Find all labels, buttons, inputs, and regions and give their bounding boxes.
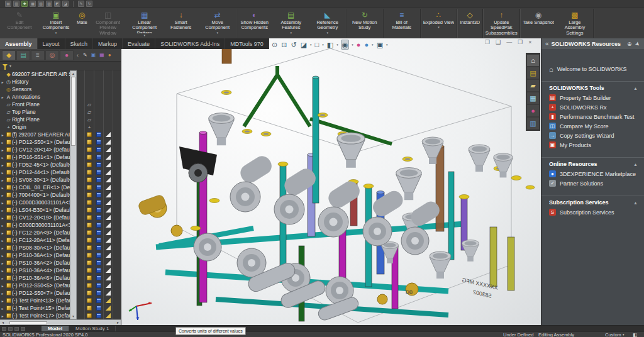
expand-caret-icon[interactable]: ▸	[0, 208, 5, 213]
expand-caret-icon[interactable]: ▸	[0, 261, 5, 265]
tree-item-component[interactable]: ▸(f) 292007 SHEARER AIR SEEDER CO	[0, 131, 70, 138]
expand-caret-icon[interactable]: ▸	[0, 268, 5, 273]
collapse-chevron-icon[interactable]: ▲	[633, 86, 638, 91]
ribbon-button-smart-fasteners[interactable]: ↓Smart Fasteners	[163, 9, 199, 38]
dropdown-caret-icon[interactable]: ▾	[352, 43, 353, 47]
gear-icon[interactable]: ⊕	[627, 41, 632, 47]
motion-tab-motion-study-1[interactable]: Motion Study 1	[69, 326, 116, 332]
task-pane-item-performance-benchmark-test[interactable]: ▮Performance Benchmark Test	[541, 112, 644, 121]
expand-caret-icon[interactable]: ▸	[0, 170, 5, 175]
dimxpertmanager-tab[interactable]: ◎	[45, 50, 59, 60]
ribbon-button-take-snapshot[interactable]: ◉Take Snapshot	[520, 9, 557, 38]
expand-caret-icon[interactable]: ▸	[0, 306, 5, 311]
expand-caret-icon[interactable]: ▸	[0, 185, 5, 190]
scroll-right-arrow[interactable]: ►	[116, 321, 119, 324]
ribbon-button-move-component[interactable]: ⇄Move Component▾	[199, 9, 236, 38]
dropdown-caret-icon[interactable]: ▾	[386, 43, 388, 47]
tab-mdtools-970[interactable]: MDTools 970	[225, 38, 269, 49]
ribbon-button-instant3d[interactable]: ◇Instant3D	[457, 9, 482, 38]
dropdown-caret-icon[interactable]: ▾	[290, 31, 292, 35]
dropdown-caret-icon[interactable]: ▾	[326, 31, 328, 35]
tree-item-component[interactable]: ▸(-) PD12-44<1> (Default<<Default	[0, 168, 70, 176]
tree-item-plane[interactable]: ▱Front Plane	[0, 101, 70, 108]
tree-item-component[interactable]: ▸(-) PS10-36A<1> (Default<<Defaul	[0, 251, 70, 259]
scrollbar-thumb[interactable]	[71, 77, 75, 146]
task-pane-item-solidworks-rx[interactable]: +SOLIDWORKS Rx	[541, 102, 644, 112]
scroll-down-arrow[interactable]: ▼	[70, 314, 76, 319]
tab-evaluate[interactable]: Evaluate	[123, 38, 155, 49]
tree-item-component[interactable]: ▸(-) PD12-S50<1> (Default<<Defaul	[0, 138, 70, 146]
restore-window-icon[interactable]: ❐	[518, 39, 523, 45]
view-orientation-icon[interactable]: □	[314, 40, 320, 49]
motion-tab-model[interactable]: Model	[42, 326, 69, 332]
ribbon-button-bill-of-materials[interactable]: ≡Bill of Materials	[384, 9, 420, 38]
task-pane-section-header[interactable]: Online Resources▲	[541, 157, 644, 169]
design-library-tab[interactable]: ▤	[527, 67, 539, 79]
zoom-to-area-icon[interactable]: ⊡	[280, 40, 287, 49]
featuremanager-tab[interactable]: ◆	[2, 50, 16, 60]
pane-splitter-button[interactable]	[21, 327, 25, 331]
qat-icon[interactable]: ▥	[13, 1, 19, 7]
tree-horizontal-scrollbar[interactable]: ◄ ►	[0, 319, 121, 325]
tree-item-component[interactable]: ▸(-) PS10-36A<2> (Default<<Defaul	[0, 259, 70, 267]
tree-item-folder[interactable]: ▸◷History	[0, 78, 70, 86]
expand-caret-icon[interactable]: ▸	[0, 201, 5, 205]
expand-caret-icon[interactable]: ▸	[0, 291, 5, 296]
tree-item-root[interactable]: ◆692007 SHEARER AIR SEEDER CONTROL	[0, 70, 70, 78]
expand-caret-icon[interactable]: ▸	[0, 133, 5, 137]
previous-view-icon[interactable]: ↺	[290, 40, 297, 49]
qat-icon[interactable]: ↻	[86, 1, 92, 7]
ribbon-button-linear-component-pattern[interactable]: ▦Linear Component Pattern▾	[126, 9, 163, 38]
ribbon-button-assembly-features[interactable]: ▤Assembly Features▾	[273, 9, 309, 38]
tree-item-component[interactable]: ▸(-) LS04-B30<1> (Default<<Defaul	[0, 206, 70, 214]
tree-item-component[interactable]: ▸(-) C000D300031101A<1> (Default<	[0, 199, 70, 206]
ribbon-button-mate[interactable]: ◎Mate	[74, 9, 90, 38]
close-window-icon[interactable]: ×	[528, 39, 531, 45]
qat-icon[interactable]: ◩	[54, 1, 60, 7]
expand-caret-icon[interactable]: ▸	[0, 253, 5, 258]
tree-item-origin[interactable]: +Origin	[0, 123, 70, 131]
section-view-icon[interactable]: ◪	[300, 40, 308, 49]
hscrollbar-thumb[interactable]	[9, 321, 47, 324]
zoom-to-fit-icon[interactable]: ⊙	[271, 40, 278, 49]
qat-icon[interactable]: ▤	[5, 1, 11, 7]
minimize-window-icon[interactable]: —	[506, 39, 512, 45]
appearances-scenes-tab[interactable]: ●	[527, 105, 539, 116]
expand-caret-icon[interactable]: ▸	[0, 276, 5, 280]
expand-caret-icon[interactable]: ▸	[0, 223, 5, 228]
ribbon-button-new-motion-study[interactable]: ↻New Motion Study	[347, 9, 383, 38]
tab-solidworks-add-ins[interactable]: SOLIDWORKS Add-Ins	[155, 38, 225, 49]
tree-item-plane[interactable]: ▱Right Plane	[0, 116, 70, 123]
expand-caret-icon[interactable]: ▸	[0, 163, 5, 167]
hide-show-items-icon[interactable]: ◉	[341, 40, 350, 50]
tree-item-component[interactable]: ▸(-) PD16-S51<1> (Default<<Defaul	[0, 153, 70, 161]
task-pane-section-header[interactable]: Subscription Services▲	[541, 196, 644, 207]
tree-item-component[interactable]: ▸(-) CV12-20<19> (Default<<Defaul	[0, 214, 70, 221]
tree-vertical-scrollbar[interactable]: ▲ ▼	[70, 70, 77, 319]
expand-caret-icon[interactable]: ▸	[0, 231, 5, 235]
collapse-chevron-icon[interactable]: ▲	[633, 162, 638, 167]
display-style-icon[interactable]: ◧	[326, 40, 334, 49]
displaymanager-tab[interactable]: ●	[60, 50, 74, 60]
expand-caret-icon[interactable]: ▸	[0, 299, 5, 303]
dropdown-caret-icon[interactable]: ▾	[216, 31, 218, 35]
task-pane-item-subscription-services[interactable]: SSubscription Services	[541, 207, 644, 217]
expand-caret-icon[interactable]: ▸	[0, 155, 5, 160]
tree-item-component[interactable]: ▸(-) COIL_08_ER<1> (Default<<Defa	[0, 184, 70, 191]
view-palette-tab[interactable]: ▦	[527, 92, 539, 104]
tree-item-component[interactable]: ▸(-) FC12-20A<11> (Default<<Defau	[0, 236, 70, 244]
qat-icon[interactable]: ▦	[30, 1, 36, 7]
tab-markup[interactable]: Markup	[93, 38, 123, 49]
expand-caret-icon[interactable]: ▸	[0, 284, 5, 288]
ribbon-button-show-hidden-components[interactable]: ◐Show Hidden Components	[236, 9, 273, 38]
file-explorer-tab[interactable]: ▰	[527, 80, 539, 91]
task-pane-item-my-products[interactable]: ▣My Products	[541, 140, 644, 150]
tree-item-component[interactable]: ▸(-) Test Point<13> (Default<<Defa	[0, 297, 70, 304]
task-pane-section-header[interactable]: SOLIDWORKS Tools▲	[541, 81, 644, 93]
view-settings-icon[interactable]: ▣	[376, 40, 384, 49]
tree-item-component[interactable]: ▸(-) C000D300031101A<3> (Default<	[0, 221, 70, 229]
graphics-viewport[interactable]: XXXXXX MFG 583002 DB ⊙⊡↺◪▾□▾◧▾◉▾●●▾▣▾ ❐❑…	[121, 38, 541, 325]
tab-sketch[interactable]: Sketch	[65, 38, 94, 49]
solidworks-resources-tab[interactable]: ⌂	[527, 55, 539, 66]
tree-item-component[interactable]: ▸(-) 7004400<1> (Default<<Default	[0, 191, 70, 199]
